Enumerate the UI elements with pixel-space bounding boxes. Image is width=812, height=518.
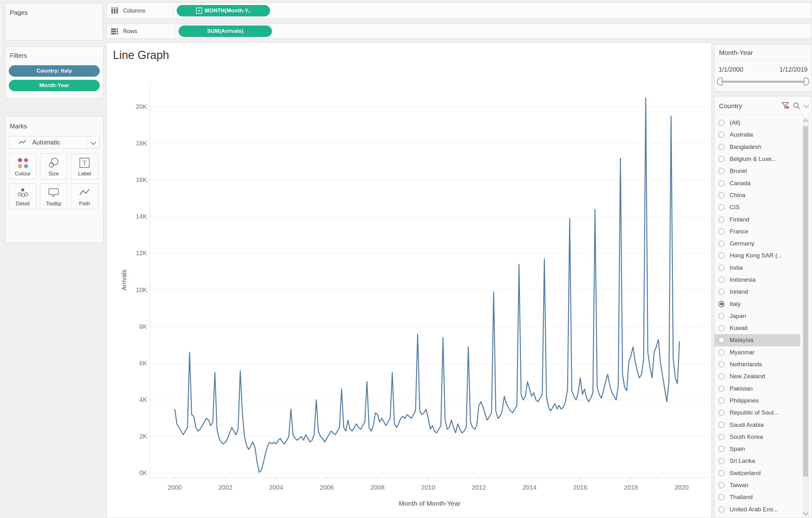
radio-icon[interactable] (718, 313, 725, 319)
country-list-item[interactable]: Saudi Arabia (715, 419, 800, 431)
radio-icon[interactable] (718, 470, 725, 477)
scroll-up-icon[interactable] (803, 119, 809, 125)
columns-shelf[interactable]: Columns + MONTH(Month-Y.. (106, 2, 812, 19)
country-list-item[interactable]: Philippines (715, 395, 800, 407)
country-list-item[interactable]: Australia (715, 129, 800, 141)
scrollbar-thumb[interactable] (803, 126, 808, 477)
radio-icon[interactable] (718, 458, 725, 464)
date-range-slider[interactable] (717, 77, 809, 86)
radio-icon[interactable] (718, 204, 725, 210)
dropdown-caret-icon[interactable] (804, 103, 809, 108)
colour-button[interactable]: Colour (9, 153, 36, 179)
radio-icon[interactable] (718, 337, 725, 343)
radio-icon[interactable] (718, 180, 725, 186)
tooltip-button[interactable]: Tooltip (40, 183, 67, 209)
dropdown-caret-icon[interactable] (91, 140, 96, 145)
country-label: Switzerland (730, 470, 761, 477)
radio-icon[interactable] (718, 409, 725, 416)
country-label: Philippines (730, 397, 759, 404)
country-list-item[interactable]: Finland (715, 213, 800, 225)
radio-icon[interactable] (718, 373, 725, 379)
country-list-item[interactable]: China (715, 189, 800, 201)
radio-icon[interactable] (718, 277, 725, 283)
detail-label: Detail (9, 201, 36, 207)
country-list-item[interactable]: Germany (715, 237, 800, 250)
columns-pill-month[interactable]: + MONTH(Month-Y.. (177, 5, 270, 17)
radio-icon[interactable] (718, 228, 725, 235)
filter-pill-country[interactable]: Country: Italy (9, 65, 100, 77)
radio-icon[interactable] (718, 168, 725, 174)
country-list-item[interactable]: Ireland (715, 286, 800, 298)
mark-type-dropdown[interactable]: Automatic (9, 136, 100, 149)
country-list-item[interactable]: Malaysia (715, 334, 800, 346)
detail-button[interactable]: Detail (9, 183, 36, 209)
rows-shelf[interactable]: Rows SUM(Arrivals) (106, 24, 812, 39)
radio-icon[interactable] (718, 482, 725, 488)
country-list-item[interactable]: Taiwan (715, 479, 800, 491)
country-list-item[interactable]: Switzerland (715, 467, 800, 479)
country-list-item[interactable]: (All) (715, 117, 800, 129)
y-tick-label: 2K (125, 433, 147, 440)
rows-pill-sum-arrivals[interactable]: SUM(Arrivals) (178, 26, 272, 37)
country-list-item[interactable]: Canada (715, 177, 800, 189)
country-list-item[interactable]: France (715, 226, 800, 237)
country-list-item[interactable]: Spain (715, 443, 800, 455)
radio-icon[interactable] (718, 120, 725, 126)
expand-plus-icon[interactable]: + (196, 7, 202, 14)
country-list-item[interactable]: New Zealand (715, 370, 800, 382)
country-list-item[interactable]: Netherlands (715, 358, 800, 370)
country-list-item[interactable]: Pakistan (715, 383, 800, 395)
radio-icon[interactable] (718, 494, 725, 500)
columns-pill-label: MONTH(Month-Y.. (205, 7, 251, 14)
country-list-item[interactable]: CIS (715, 201, 800, 213)
radio-icon[interactable] (718, 506, 725, 513)
country-list-item[interactable]: Belgium & Luxe... (715, 153, 800, 165)
country-list-item[interactable]: Sri Lanka (715, 455, 800, 467)
country-list-item[interactable]: United Arab Emi... (715, 503, 800, 516)
country-list-item[interactable]: Italy (715, 298, 800, 310)
slider-handle-right[interactable] (804, 78, 809, 86)
country-list-item[interactable]: Republic of Sout... (715, 407, 800, 419)
radio-icon[interactable] (718, 132, 725, 138)
radio-selected-icon[interactable] (718, 301, 725, 307)
country-list-item[interactable]: Thailand (715, 491, 800, 503)
country-list-item[interactable]: Bangladesh (715, 141, 800, 153)
country-list-item[interactable]: Myanmar (715, 346, 800, 358)
country-list-item[interactable]: Japan (715, 310, 800, 322)
radio-icon[interactable] (718, 385, 725, 392)
country-list-item[interactable]: India (715, 262, 800, 274)
slider-handle-left[interactable] (717, 78, 722, 86)
radio-icon[interactable] (718, 144, 725, 150)
radio-icon[interactable] (718, 422, 725, 428)
radio-icon[interactable] (718, 325, 725, 331)
radio-icon[interactable] (718, 289, 725, 295)
country-list-item[interactable]: Brunei (715, 165, 800, 177)
path-button[interactable]: Path (71, 183, 98, 209)
radio-icon[interactable] (718, 252, 725, 259)
radio-icon[interactable] (718, 434, 725, 440)
country-list-item[interactable]: Hong Kong SAR (... (715, 250, 800, 261)
radio-icon[interactable] (718, 265, 725, 271)
size-button[interactable]: Size (40, 153, 67, 179)
line-chart[interactable] (150, 83, 710, 484)
arrivals-line-series[interactable] (175, 98, 679, 472)
radio-icon[interactable] (718, 349, 725, 355)
radio-icon[interactable] (718, 192, 725, 198)
country-list-item[interactable]: United Kingd... (715, 516, 800, 518)
filter-pill-month-year[interactable]: Month-Year (9, 80, 100, 91)
slider-track[interactable] (719, 81, 807, 83)
label-button[interactable]: T Label (71, 153, 98, 179)
radio-icon[interactable] (718, 217, 725, 223)
filter-x-icon[interactable] (781, 102, 790, 110)
country-list-item[interactable]: South Korea (715, 431, 800, 443)
radio-icon[interactable] (718, 361, 725, 368)
country-list-item[interactable]: Kuwait (715, 322, 800, 334)
radio-icon[interactable] (718, 398, 725, 404)
search-icon[interactable] (793, 102, 800, 110)
radio-icon[interactable] (718, 446, 725, 452)
country-list-scrollbar[interactable] (802, 117, 809, 518)
country-list-item[interactable]: Indonesia (715, 274, 800, 286)
scroll-down-icon[interactable] (803, 510, 809, 516)
radio-icon[interactable] (718, 156, 725, 162)
radio-icon[interactable] (718, 240, 725, 247)
